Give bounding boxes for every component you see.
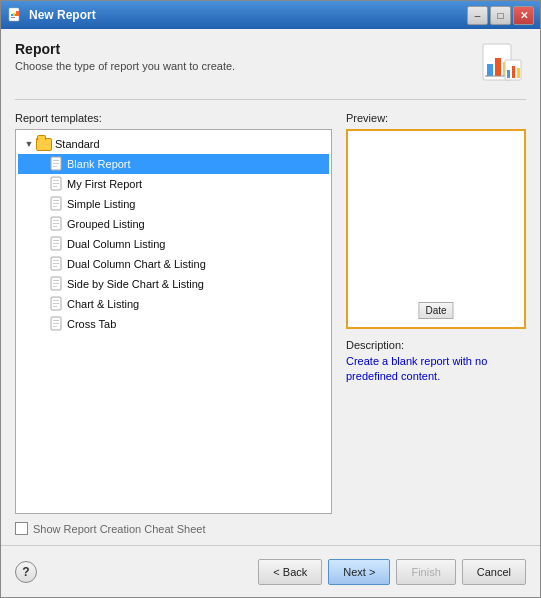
header-title: Report: [15, 41, 478, 57]
title-bar: New Report – □ ✕: [1, 1, 540, 29]
next-button[interactable]: Next >: [328, 559, 390, 585]
svg-rect-11: [507, 70, 510, 78]
svg-rect-3: [16, 11, 19, 16]
restore-button[interactable]: □: [490, 6, 511, 25]
tree-item[interactable]: Side by Side Chart & Listing: [18, 274, 329, 294]
report-item-icon: [50, 236, 64, 252]
report-item-icon: [50, 216, 64, 232]
tree-item[interactable]: Dual Column Listing: [18, 234, 329, 254]
header-text: Report Choose the type of report you wan…: [15, 41, 478, 72]
tree-item-label: Cross Tab: [67, 318, 116, 330]
svg-rect-41: [53, 283, 59, 284]
svg-rect-46: [53, 306, 57, 307]
report-item-icon: [50, 176, 64, 192]
description-section: Description: Create a blank report with …: [346, 339, 526, 385]
tree-item[interactable]: Dual Column Chart & Listing: [18, 254, 329, 274]
tree-item[interactable]: Grouped Listing: [18, 214, 329, 234]
dialog-content: Report Choose the type of report you wan…: [1, 29, 540, 545]
title-bar-buttons: – □ ✕: [467, 6, 534, 25]
tree-item-label: Dual Column Listing: [67, 238, 165, 250]
report-item-icon: [50, 276, 64, 292]
cancel-button[interactable]: Cancel: [462, 559, 526, 585]
tree-items: Blank Report My First Report Simple List…: [18, 154, 329, 334]
svg-rect-37: [53, 263, 59, 264]
header-section: Report Choose the type of report you wan…: [15, 41, 526, 100]
tree-root-node[interactable]: ▼ Standard: [18, 134, 329, 154]
tree-item-label: My First Report: [67, 178, 142, 190]
back-button[interactable]: < Back: [258, 559, 322, 585]
title-bar-title: New Report: [29, 8, 467, 22]
tree-item-label: Chart & Listing: [67, 298, 139, 310]
svg-rect-18: [50, 156, 64, 172]
tree-toggle-icon[interactable]: ▼: [22, 137, 36, 151]
svg-rect-7: [495, 58, 501, 76]
report-item-icon: [50, 196, 64, 212]
svg-rect-38: [53, 266, 57, 267]
tree-root-label: Standard: [55, 138, 100, 150]
cheat-sheet-area: Show Report Creation Cheat Sheet: [15, 522, 332, 535]
title-bar-icon: [7, 7, 23, 23]
svg-rect-33: [53, 243, 59, 244]
report-item-icon: [50, 256, 64, 272]
svg-rect-28: [53, 220, 59, 221]
report-item-icon: [50, 156, 64, 172]
svg-rect-32: [53, 240, 59, 241]
tree-item[interactable]: My First Report: [18, 174, 329, 194]
svg-rect-50: [53, 326, 57, 327]
close-button[interactable]: ✕: [513, 6, 534, 25]
folder-icon: [36, 138, 52, 151]
svg-rect-4: [13, 13, 15, 16]
svg-rect-34: [53, 246, 57, 247]
svg-rect-29: [53, 223, 59, 224]
tree-item[interactable]: Simple Listing: [18, 194, 329, 214]
svg-rect-45: [53, 303, 59, 304]
svg-rect-12: [512, 66, 515, 78]
new-report-window: New Report – □ ✕ Report Choose the type …: [0, 0, 541, 598]
preview-content: Date: [348, 131, 524, 327]
tree-item-label: Grouped Listing: [67, 218, 145, 230]
main-body: Report templates: ▼ Standard: [15, 112, 526, 535]
svg-rect-2: [11, 17, 15, 18]
svg-rect-24: [53, 200, 59, 201]
report-templates-tree[interactable]: ▼ Standard Blank Report My First Report: [15, 129, 332, 514]
tree-item[interactable]: Blank Report: [18, 154, 329, 174]
tree-item-label: Dual Column Chart & Listing: [67, 258, 206, 270]
preview-label: Preview:: [346, 112, 526, 124]
svg-rect-22: [53, 186, 57, 187]
left-panel: Report templates: ▼ Standard: [15, 112, 332, 535]
header-subtitle: Choose the type of report you want to cr…: [15, 60, 478, 72]
report-type-icon: [478, 41, 526, 89]
tree-item[interactable]: Cross Tab: [18, 314, 329, 334]
report-item-icon: [50, 296, 64, 312]
svg-rect-6: [487, 64, 493, 76]
svg-rect-20: [53, 180, 59, 181]
svg-rect-30: [53, 226, 57, 227]
svg-rect-36: [53, 260, 59, 261]
svg-rect-42: [53, 286, 57, 287]
bottom-bar: ? < Back Next > Finish Cancel: [1, 545, 540, 597]
svg-rect-40: [53, 280, 59, 281]
tree-item[interactable]: Chart & Listing: [18, 294, 329, 314]
cheat-sheet-label: Show Report Creation Cheat Sheet: [33, 523, 205, 535]
svg-rect-25: [53, 203, 59, 204]
help-button[interactable]: ?: [15, 561, 37, 583]
svg-rect-13: [517, 68, 520, 78]
svg-rect-44: [53, 300, 59, 301]
svg-rect-48: [53, 320, 59, 321]
preview-date-button: Date: [418, 302, 453, 319]
svg-rect-26: [53, 206, 57, 207]
report-item-icon: [50, 316, 64, 332]
description-text: Create a blank report with no predefined…: [346, 354, 526, 385]
right-panel: Preview: Date Description: Create a blan…: [346, 112, 526, 535]
templates-label: Report templates:: [15, 112, 332, 124]
finish-button[interactable]: Finish: [396, 559, 455, 585]
tree-item-label: Blank Report: [67, 158, 131, 170]
svg-rect-21: [53, 183, 59, 184]
minimize-button[interactable]: –: [467, 6, 488, 25]
tree-root: ▼ Standard Blank Report My First Report: [18, 134, 329, 334]
preview-box: Date: [346, 129, 526, 329]
tree-item-label: Simple Listing: [67, 198, 135, 210]
tree-item-label: Side by Side Chart & Listing: [67, 278, 204, 290]
cheat-sheet-checkbox[interactable]: [15, 522, 28, 535]
svg-rect-49: [53, 323, 59, 324]
